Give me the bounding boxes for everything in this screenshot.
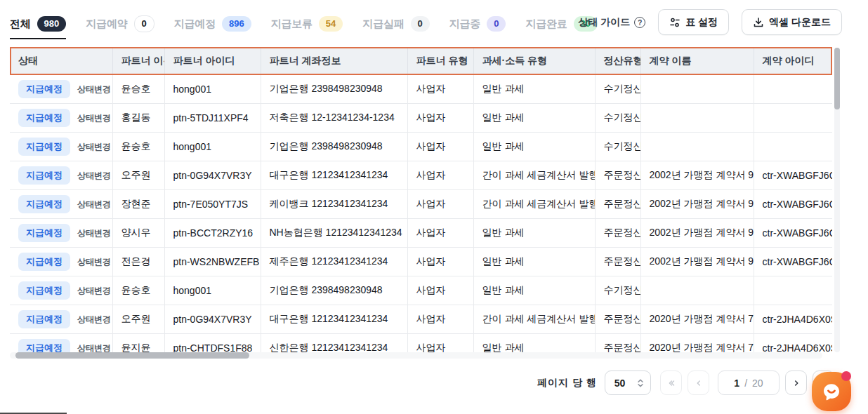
table-settings-button[interactable]: 표 설정: [658, 9, 729, 35]
prev-page-button[interactable]: [688, 370, 709, 395]
tab-label: 지급보류: [271, 18, 313, 31]
rows-per-page-label: 페이지 당 행: [537, 377, 597, 389]
vertical-scrollbar[interactable]: [834, 48, 840, 352]
cell-settlement-type: 주문정산: [595, 219, 640, 248]
cell-contract-id: ctr-XWABGFJ6Q0: [754, 161, 832, 190]
double-chevron-left-icon: [666, 378, 676, 388]
status-change-label: 상태변경: [77, 199, 111, 211]
current-page: 1: [734, 378, 739, 389]
rows-per-page-select[interactable]: 50: [605, 370, 651, 395]
cell-settlement-type: 수기정산: [595, 104, 640, 133]
tab-label: 지급예약: [86, 18, 127, 31]
table-row[interactable]: 지급예정 상태변경 ⇄ 오주원 ptn-0G94X7VR3Y 대구은행 1212…: [10, 305, 832, 334]
cell-tax-income-type: 일반 과세: [473, 276, 595, 305]
tab-payment-in-progress[interactable]: 지급중 0: [449, 13, 506, 34]
status-change-button[interactable]: 상태변경 ⇄: [77, 112, 112, 124]
cell-partner-name: 오주원: [112, 305, 164, 334]
tab-all[interactable]: 전체 980: [10, 13, 66, 34]
status-badge: 지급예정: [18, 310, 70, 328]
payments-admin-page: 전체 980 지급예약 0 지급예정 896 지급보류 54 지급실패 0 지급…: [0, 0, 868, 414]
table-toolbar: 상태 가이드 ? 표 설정 엑셀 다운로드: [578, 9, 842, 35]
cell-partner-name: 전은경: [112, 248, 164, 276]
cell-tax-income-type: 간이 과세 세금계산서 발행: [473, 161, 595, 190]
page-indicator[interactable]: 1 / 20: [718, 370, 780, 395]
status-change-label: 상태변경: [77, 84, 111, 95]
tab-count-badge: 896: [222, 16, 251, 32]
rows-per-page-group: 페이지 당 행 50: [537, 370, 651, 395]
status-badge: 지급예정: [18, 224, 70, 242]
column-header-1: 파트너 이름: [112, 47, 164, 75]
pager: 1 / 20: [660, 370, 834, 395]
table-row[interactable]: 지급예정 상태변경 ⇄ 장현준 ptn-7E050YT7JS 케이뱅크 1212…: [10, 190, 832, 219]
cell-partner-account: 제주은행 12123412341234: [261, 248, 407, 276]
table-row[interactable]: 지급예정 상태변경 ⇄ 윤승호 hong001 기업은행 23984982309…: [10, 276, 832, 305]
cell-contract-name: 2002년 가맹점 계약서 9%: [640, 219, 754, 248]
cell-contract-id: [754, 133, 832, 161]
cell-contract-id: ctr-XWABGFJ6Q0: [754, 248, 832, 276]
tab-payment-held[interactable]: 지급보류 54: [271, 13, 343, 34]
cell-partner-type: 사업자: [407, 161, 473, 190]
help-circle-icon[interactable]: ?: [634, 17, 645, 28]
cell-contract-name: 2002년 가맹점 계약서 9%: [640, 161, 754, 190]
cell-partner-type: 사업자: [407, 190, 473, 219]
cell-tax-income-type: 일반 과세: [473, 75, 595, 104]
cell-partner-type: 사업자: [407, 133, 473, 161]
cell-contract-name: [640, 104, 754, 133]
status-badge: 지급예정: [18, 138, 70, 156]
table-row[interactable]: 지급예정 상태변경 ⇄ 홍길동 ptn-5TDJ11XPF4 저축은행 12-1…: [10, 104, 832, 133]
column-header-6: 정산유형: [595, 47, 640, 75]
tab-payment-failed[interactable]: 지급실패 0: [362, 13, 429, 34]
table-row[interactable]: 지급예정 상태변경 ⇄ 오주원 ptn-0G94X7VR3Y 대구은행 1212…: [10, 161, 832, 190]
status-change-button[interactable]: 상태변경 ⇄: [77, 227, 112, 239]
next-page-button[interactable]: [785, 370, 807, 395]
status-badge: 지급예정: [18, 109, 70, 127]
cell-settlement-type: 수기정산: [595, 276, 640, 305]
table-row[interactable]: 지급예정 상태변경 ⇄ 전은경 ptn-WS2NBWZEFB 제주은행 1212…: [10, 248, 832, 276]
cell-partner-id: ptn-WS2NBWZEFB: [164, 248, 261, 276]
tab-label: 지급예정: [174, 18, 216, 31]
status-guide[interactable]: 상태 가이드 ?: [578, 16, 645, 29]
status-change-button[interactable]: 상태변경 ⇄: [77, 199, 112, 211]
tab-label: 전체: [10, 18, 31, 31]
status-change-button[interactable]: 상태변경 ⇄: [77, 170, 112, 182]
tab-count-badge: 0: [487, 16, 506, 32]
cell-partner-name: 양시우: [112, 219, 164, 248]
table-row[interactable]: 지급예정 상태변경 ⇄ 윤승호 hong001 기업은행 23984982309…: [10, 75, 832, 104]
cell-partner-name: 윤승호: [112, 276, 164, 305]
status-badge: 지급예정: [18, 195, 70, 213]
cell-partner-id: hong001: [164, 133, 261, 161]
tab-count-badge: 980: [37, 16, 67, 32]
cell-partner-type: 사업자: [407, 248, 473, 276]
horizontal-scrollbar-thumb[interactable]: [15, 352, 249, 359]
column-header-3: 파트너 계좌정보: [261, 47, 407, 75]
cell-contract-id: [754, 276, 832, 305]
cell-tax-income-type: 간이 과세 세금계산서 발행: [473, 190, 595, 219]
status-change-button[interactable]: 상태변경 ⇄: [77, 141, 112, 153]
status-change-button[interactable]: 상태변경 ⇄: [77, 84, 112, 95]
horizontal-scrollbar[interactable]: [10, 352, 822, 359]
status-change-button[interactable]: 상태변경 ⇄: [77, 314, 112, 326]
tab-payment-scheduled[interactable]: 지급예정 896: [174, 13, 251, 34]
status-change-label: 상태변경: [77, 285, 111, 297]
vertical-scrollbar-thumb[interactable]: [834, 48, 840, 109]
cell-partner-id: ptn-0G94X7VR3Y: [164, 161, 261, 190]
first-page-button[interactable]: [660, 370, 682, 395]
cell-partner-id: ptn-7E050YT7JS: [164, 190, 261, 219]
status-change-button[interactable]: 상태변경 ⇄: [77, 285, 112, 297]
status-change-label: 상태변경: [77, 112, 111, 124]
cell-settlement-type: 주문정산: [595, 161, 640, 190]
cell-contract-name: [640, 276, 754, 305]
cell-tax-income-type: 간이 과세 세금계산서 발행: [473, 305, 595, 334]
excel-download-button[interactable]: 엑셀 다운로드: [742, 9, 842, 35]
cell-partner-account: 기업은행 2398498230948: [261, 133, 407, 161]
sliders-icon: [669, 17, 680, 28]
table-row[interactable]: 지급예정 상태변경 ⇄ 양시우 ptn-BCCT2RZY16 NH농협은행 12…: [10, 219, 832, 248]
cell-partner-id: hong001: [164, 276, 261, 305]
table-row[interactable]: 지급예정 상태변경 ⇄ 윤승호 hong001 기업은행 23984982309…: [10, 133, 832, 161]
tab-payment-reserved[interactable]: 지급예약 0: [86, 13, 154, 34]
cell-partner-id: ptn-0G94X7VR3Y: [164, 305, 261, 334]
status-change-label: 상태변경: [77, 256, 111, 268]
status-change-button[interactable]: 상태변경 ⇄: [77, 256, 112, 268]
status-guide-label: 상태 가이드: [578, 16, 630, 29]
tab-label: 지급실패: [362, 18, 404, 31]
